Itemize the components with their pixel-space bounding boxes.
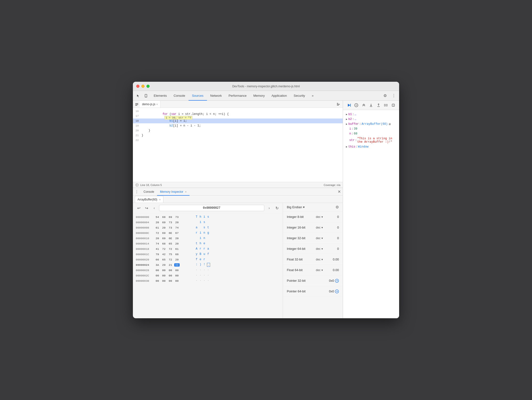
file-navigator-icon[interactable]: [134, 101, 140, 107]
scope-item-i[interactable]: i : 39: [346, 126, 396, 131]
int8-value: 0: [337, 215, 339, 219]
devtools-toolbar-right: ⚙ ⋮: [382, 92, 397, 99]
minimize-button[interactable]: [141, 85, 144, 88]
tab-memory[interactable]: Memory: [250, 91, 268, 101]
scope-item-b2[interactable]: ▶ b2 : …: [346, 117, 396, 122]
devtools-tab-bar: Elements Console Sources Network Perform…: [133, 91, 399, 101]
svg-rect-11: [350, 104, 351, 107]
float32-dropdown[interactable]: ▾: [321, 258, 323, 261]
tab-sources[interactable]: Sources: [189, 91, 207, 101]
buffer-tab[interactable]: ArrayBuffer(60) ×: [135, 196, 163, 203]
scope-item-buffer[interactable]: ▶ buffer : ArrayBuffer(60) 🖥: [346, 122, 396, 126]
file-tabs: demo-js.js ×: [133, 101, 343, 108]
step-over-btn[interactable]: [361, 102, 367, 108]
tab-application[interactable]: Application: [268, 91, 290, 101]
memory-inspector: ArrayBuffer(60) × ↩ ↪ ‹: [133, 196, 343, 318]
value-rows: Integer 8-bit dec ▾ 0 Integer 16-bit: [283, 212, 343, 318]
int32-format: dec ▾: [316, 237, 333, 240]
hex-row-9: 00000024 3A 29 21 00 :: [136, 262, 280, 267]
hex-row-2: 00000008 61 20 73 74 a: [136, 225, 280, 230]
step-out-btn[interactable]: [375, 102, 381, 108]
undo-nav-btn[interactable]: ↩: [136, 205, 142, 211]
cursor-icon[interactable]: [135, 92, 142, 99]
tab-overflow[interactable]: »: [308, 91, 317, 101]
float64-dropdown[interactable]: ▾: [321, 268, 323, 272]
svg-marker-10: [348, 104, 350, 107]
ptr32-link[interactable]: [335, 279, 339, 283]
ptr64-value: 0x0: [329, 289, 334, 293]
int64-value: 0: [337, 247, 339, 251]
int64-dropdown[interactable]: ▾: [321, 247, 323, 251]
tab-performance[interactable]: Performance: [225, 91, 250, 101]
scope-item-str[interactable]: str : "This is a string in the ArrayBuff…: [346, 136, 396, 144]
selected-byte[interactable]: 00: [174, 263, 180, 267]
value-row-float64: Float 64-bit dec ▾ 0.00: [283, 265, 343, 275]
tab-security[interactable]: Security: [290, 91, 308, 101]
value-row-int64: Integer 64-bit dec ▾ 0: [283, 244, 343, 254]
settings-icon[interactable]: ⚙: [382, 92, 388, 99]
value-row-ptr32: Pointer 32-bit 0x0: [283, 275, 343, 286]
tab-elements[interactable]: Elements: [150, 91, 170, 101]
endian-select[interactable]: Big Endian ▾: [287, 205, 305, 209]
values-settings-btn[interactable]: ⚙: [335, 205, 339, 209]
ptr64-link[interactable]: [335, 289, 339, 293]
value-row-int16: Integer 16-bit dec ▾ 0: [283, 222, 343, 233]
svg-point-12: [355, 104, 358, 107]
value-row-float32: Float 32-bit dec ▾ 0.00: [283, 254, 343, 265]
tab-console-bottom[interactable]: Console: [141, 188, 157, 196]
devtools-window: DevTools - memory-inspector.glitch.me/de…: [133, 82, 399, 318]
refresh-btn[interactable]: ↻: [274, 205, 280, 211]
address-input[interactable]: [159, 205, 264, 211]
tab-memory-inspector[interactable]: Memory Inspector ×: [157, 188, 190, 196]
maximize-button[interactable]: [146, 85, 150, 88]
close-button[interactable]: [136, 85, 139, 88]
int32-dropdown[interactable]: ▾: [321, 237, 323, 240]
int32-label: Integer 32-bit: [287, 236, 316, 240]
file-tab-demo-js[interactable]: demo-js.js ×: [140, 101, 160, 108]
int8-label: Integer 8-bit: [287, 215, 316, 219]
status-bar: {} Line 18, Column 5 Coverage: n/a: [133, 182, 343, 188]
int8-dropdown[interactable]: ▾: [321, 215, 323, 219]
next-address-btn[interactable]: ›: [266, 205, 272, 211]
window-title: DevTools - memory-inspector.glitch.me/de…: [232, 85, 300, 88]
memory-inspector-tab-label: Memory Inspector: [160, 190, 183, 193]
svg-point-1: [146, 96, 146, 97]
hex-row-12: 00000030 00 00 00 00 ·: [136, 278, 280, 283]
scope-item-this[interactable]: ▶ this : Window: [346, 144, 396, 149]
scope-item-n[interactable]: n : 60: [346, 131, 396, 136]
redo-nav-btn[interactable]: ↪: [144, 205, 149, 211]
resume-btn[interactable]: [346, 102, 352, 108]
endian-bar: Big Endian ▾ ⚙: [283, 203, 343, 212]
buffer-tab-close[interactable]: ×: [159, 198, 160, 201]
buffer-tab-bar: ArrayBuffer(60) ×: [133, 196, 343, 203]
tab-console[interactable]: Console: [170, 91, 189, 101]
more-options-icon[interactable]: ⋮: [390, 92, 397, 99]
int16-value: 0: [337, 226, 339, 229]
scope-item-b1[interactable]: ▶ b1 : …: [346, 112, 396, 117]
hex-row-8: 00000020 66 65 72 20 f: [136, 257, 280, 262]
value-row-int8: Integer 8-bit dec ▾ 0: [283, 212, 343, 222]
mobile-icon[interactable]: [143, 92, 149, 99]
pause-btn[interactable]: [353, 102, 359, 108]
bottom-panel-close-btn[interactable]: ✕: [338, 189, 341, 194]
svg-rect-5: [337, 103, 338, 104]
left-panel: demo-js.js × 16 17 for (v: [133, 101, 343, 318]
prev-address-btn[interactable]: ‹: [151, 205, 157, 211]
format-source-icon[interactable]: [335, 101, 342, 108]
tab-network[interactable]: Network: [207, 91, 225, 101]
int16-dropdown[interactable]: ▾: [321, 226, 323, 229]
hex-row-0: 00000000 54 68 69 73 T: [136, 214, 280, 220]
file-tab-close[interactable]: ×: [156, 103, 158, 106]
bottom-panel-menu[interactable]: ⋮: [135, 189, 139, 194]
code-line-19: 19 b2[i] = n - i - 1;: [133, 123, 343, 128]
step-into-btn[interactable]: [368, 102, 374, 108]
cursor-position: Line 18, Column 5: [140, 184, 162, 186]
code-line-21: 21 }: [133, 133, 343, 138]
deactivate-btn[interactable]: [383, 102, 389, 108]
memory-inspector-content: ↩ ↪ ‹ › ↻ 00000000: [133, 203, 343, 318]
buffer-tab-label: ArrayBuffer(60): [137, 198, 157, 201]
pause-on-exception-btn[interactable]: [390, 102, 396, 108]
ptr32-value: 0x0: [329, 279, 334, 282]
memory-inspector-tab-close[interactable]: ×: [185, 190, 186, 193]
file-tab-right: [335, 101, 342, 108]
